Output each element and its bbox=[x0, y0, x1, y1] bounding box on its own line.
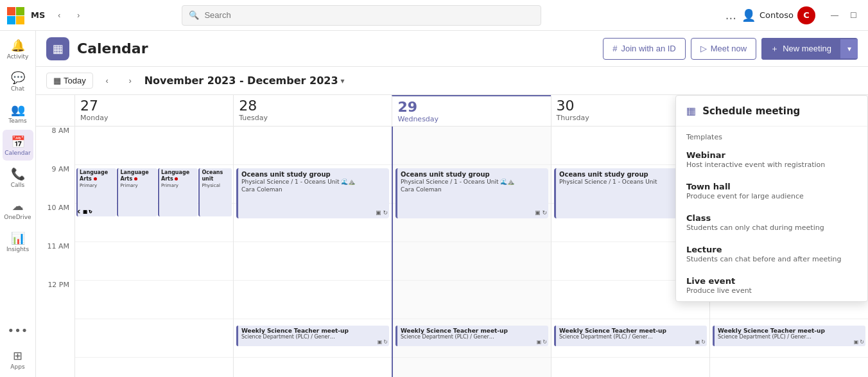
sidebar-item-calls[interactable]: 📞 Calls bbox=[3, 162, 33, 193]
search-icon: 🔍 bbox=[189, 10, 199, 20]
recur-icon-tue[interactable]: ↻ bbox=[383, 209, 388, 217]
weekly-title-thu: Weekly Science Teacher meet-up bbox=[559, 328, 704, 334]
oceans-sub-tue: Physical Science / 1 - Oceans Unit 🌊⛰️ bbox=[241, 179, 386, 186]
sidebar-label-chat: Chat bbox=[11, 85, 24, 92]
search-input[interactable] bbox=[204, 10, 534, 20]
sidebar-item-insights[interactable]: 📊 Insights bbox=[3, 226, 33, 257]
content-area: ▦ Calendar # Join with an ID ▷ Meet now … bbox=[36, 31, 868, 377]
webinar-title: Webinar bbox=[686, 150, 857, 160]
meet-now-button[interactable]: ▷ Meet now bbox=[691, 38, 756, 60]
townhall-title: Town hall bbox=[686, 182, 857, 191]
hour-11am-mon bbox=[75, 242, 233, 281]
video-icon: ▷ bbox=[700, 44, 707, 53]
day-num-28: 28 bbox=[239, 98, 257, 114]
time-gutter-header bbox=[36, 95, 74, 126]
new-meeting-label: New meeting bbox=[783, 44, 831, 53]
oceans-person-tue: Cara Coleman bbox=[241, 186, 386, 194]
chat-icon: 💬 bbox=[11, 71, 25, 84]
join-btn-label: Join with an ID bbox=[621, 44, 675, 53]
edit-icon-wed[interactable]: ▣ bbox=[535, 209, 541, 217]
sidebar-item-activity[interactable]: 🔔 Activity bbox=[3, 33, 33, 64]
live-event-sub: Produce live event bbox=[686, 286, 857, 295]
dropdown-calendar-icon: ▦ bbox=[686, 105, 696, 117]
weekly-event-friday[interactable]: Weekly Science Teacher meet-up Science D… bbox=[713, 326, 865, 346]
hour-12pm-tue bbox=[234, 281, 392, 319]
sidebar-item-onedrive[interactable]: ☁️ OneDrive bbox=[3, 194, 33, 225]
join-with-id-button[interactable]: # Join with an ID bbox=[603, 38, 686, 60]
main-layout: 🔔 Activity 💬 Chat 👥 Teams 📅 Calendar 📞 C… bbox=[0, 31, 868, 377]
sidebar-label-calendar: Calendar bbox=[4, 150, 30, 156]
new-meeting-dropdown-button[interactable]: ▾ bbox=[840, 39, 858, 58]
townhall-sub: Produce event for large audience bbox=[686, 192, 857, 200]
time-label-9am: 9 AM bbox=[36, 165, 74, 204]
day-num-27: 27 bbox=[80, 98, 98, 114]
weekly-event-tuesday[interactable]: Weekly Science Teacher meet-up Science D… bbox=[236, 326, 389, 346]
minimize-button[interactable]: — bbox=[826, 6, 844, 24]
user-profile[interactable]: 👤 Contoso C bbox=[742, 6, 815, 24]
weekly-title-fri: Weekly Science Teacher meet-up bbox=[718, 328, 862, 334]
template-live-event[interactable]: Live event Produce live event bbox=[676, 270, 867, 301]
template-class[interactable]: Class Students can only chat during meet… bbox=[676, 207, 867, 238]
sidebar-item-apps[interactable]: ⊞ Apps bbox=[3, 344, 33, 374]
oceans-event-wednesday[interactable]: Oceans unit study group Physical Science… bbox=[395, 168, 548, 218]
new-meeting-main-button[interactable]: ＋ New meeting bbox=[761, 38, 840, 60]
next-week-button[interactable]: › bbox=[121, 72, 139, 90]
calls-icon: 📞 bbox=[11, 167, 25, 180]
recur-icon-wed[interactable]: ↻ bbox=[542, 209, 547, 217]
app-name-label: MS bbox=[31, 10, 45, 20]
app-icon bbox=[5, 5, 26, 26]
nav-forward-button[interactable]: › bbox=[69, 6, 87, 24]
today-button[interactable]: ▦ Today bbox=[46, 73, 93, 89]
time-label-11am: 11 AM bbox=[36, 242, 74, 281]
oceans-event-tuesday[interactable]: Oceans unit study group Physical Science… bbox=[236, 168, 389, 218]
template-townhall[interactable]: Town hall Produce event for large audien… bbox=[676, 175, 867, 207]
time-label-empty bbox=[36, 319, 74, 358]
weekly-title-wed: Weekly Science Teacher meet-up bbox=[401, 328, 545, 334]
hashtag-icon: # bbox=[612, 44, 617, 53]
hour-11am-wed bbox=[393, 242, 551, 281]
svg-rect-0 bbox=[7, 7, 15, 15]
day-header-29: 29 Wednesday bbox=[392, 95, 550, 126]
lang-arts-2[interactable]: Language Arts Primary ☾ ▣ ↻ bbox=[117, 168, 157, 216]
today-label: Today bbox=[64, 76, 86, 85]
oceans-unit-mon[interactable]: Oceans unit Physical ☾ ▣ ↻ bbox=[198, 168, 232, 216]
more-options-button[interactable]: ... bbox=[725, 8, 736, 22]
day-num-29: 29 bbox=[397, 99, 417, 115]
time-label-10am: 10 AM bbox=[36, 204, 74, 242]
lang-arts-3[interactable]: Language Arts Primary ☾ ▣ ↻ bbox=[158, 168, 198, 216]
nav-arrows: ‹ › bbox=[50, 6, 87, 24]
schedule-meeting-dropdown: ▦ Schedule meeting Templates Webinar Hos… bbox=[675, 95, 868, 302]
time-label-12pm: 12 PM bbox=[36, 281, 74, 319]
sidebar-item-chat[interactable]: 💬 Chat bbox=[3, 66, 33, 96]
dropdown-header: ▦ Schedule meeting bbox=[676, 96, 867, 127]
calendar-app-icon: ▦ bbox=[46, 37, 69, 60]
sidebar-item-teams[interactable]: 👥 Teams bbox=[3, 98, 33, 128]
weekly-sub-tue: Science Department (PLC) / Gener… bbox=[241, 334, 386, 340]
template-webinar[interactable]: Webinar Host interactive event with regi… bbox=[676, 144, 867, 175]
more-apps-icon[interactable]: ••• bbox=[8, 319, 28, 342]
day-col-monday: Language Arts Primary ☾ ▣ ↻ Lan bbox=[74, 127, 233, 377]
prev-week-button[interactable]: ‹ bbox=[98, 72, 116, 90]
date-range-display[interactable]: November 2023 - December 2023 ▾ bbox=[144, 75, 345, 87]
oceans-title-tue: Oceans unit study group bbox=[241, 170, 386, 179]
nav-back-button[interactable]: ‹ bbox=[50, 6, 68, 24]
hour-8am-mon bbox=[75, 127, 233, 165]
window-controls: — ☐ bbox=[826, 6, 863, 24]
edit-icon-tue[interactable]: ▣ bbox=[376, 209, 381, 217]
dropdown-section-templates: Templates bbox=[676, 127, 867, 144]
hour-12pm-mon bbox=[75, 281, 233, 319]
template-lecture[interactable]: Lecture Students can chat before and aft… bbox=[676, 238, 867, 270]
calendar-header: ▦ Calendar # Join with an ID ▷ Meet now … bbox=[36, 31, 868, 67]
restore-button[interactable]: ☐ bbox=[845, 6, 863, 24]
weekly-event-thursday[interactable]: Weekly Science Teacher meet-up Science D… bbox=[554, 326, 707, 346]
sidebar-label-insights: Insights bbox=[6, 246, 29, 252]
weekly-sub-thu: Science Department (PLC) / Gener… bbox=[559, 334, 704, 340]
event-actions-tue: ▣ ↻ bbox=[376, 209, 388, 217]
date-range-text: November 2023 - December 2023 bbox=[144, 75, 338, 87]
user-name-label: Contoso bbox=[759, 10, 794, 20]
sidebar-item-calendar[interactable]: 📅 Calendar bbox=[3, 130, 33, 161]
calendar-small-icon: ▦ bbox=[53, 76, 61, 85]
weekly-event-wednesday[interactable]: Weekly Science Teacher meet-up Science D… bbox=[395, 326, 548, 346]
calendar-title: Calendar bbox=[77, 40, 148, 57]
day-name-wednesday: Wednesday bbox=[397, 115, 438, 123]
